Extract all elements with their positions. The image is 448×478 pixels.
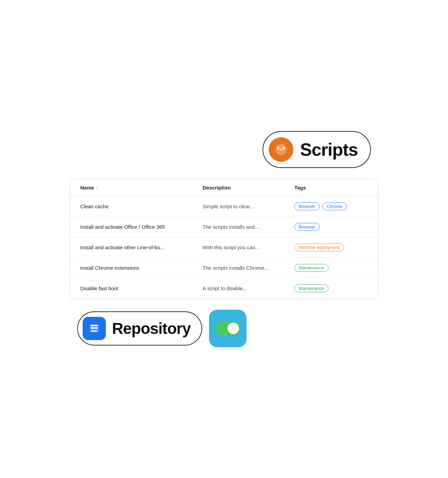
repository-badge: Repository [77,311,202,346]
tags-cell: Browser [294,223,368,231]
tags-cell: Machine deployment [294,243,368,251]
row-name: Disable fast boot [80,285,202,291]
table-row[interactable]: Install and activate other Line-of-bu...… [71,237,377,258]
repository-label: Repository [112,319,191,338]
col-header-tags: Tags [294,185,368,191]
svg-rect-2 [90,325,98,326]
tag[interactable]: Maintenance [294,284,328,292]
sort-icon: ↓ [96,185,99,190]
scripts-badge: Scripts [263,131,371,168]
tag[interactable]: Browser [294,223,320,231]
col-header-description: Description [202,185,294,191]
row-description: The scripts installs and... [202,224,294,230]
table-row[interactable]: Install Chrome extensions The scripts in… [71,258,377,278]
row-name: Clean cache [80,203,202,209]
tag[interactable]: Maintenance [294,264,328,272]
toggle-knob [227,323,239,334]
row-description: A script to disable... [202,285,294,291]
table-row[interactable]: Disable fast boot A script to disable...… [71,278,377,298]
scripts-table: Name ↓ Description Tags Clean cache Simp… [70,179,378,299]
tag[interactable]: Machine deployment [294,243,344,251]
table-header: Name ↓ Description Tags [71,179,377,196]
tags-cell: Browser Chrome [294,202,368,210]
row-name: Install Chrome extensions [80,265,202,271]
svg-rect-5 [92,331,97,332]
bottom-row: Repository [77,310,247,347]
repository-icon [83,317,106,340]
toggle-switch[interactable] [215,322,240,335]
row-name: Install and activate Office / Office 365 [80,224,202,230]
scripts-icon [269,137,293,162]
col-header-name[interactable]: Name ↓ [80,185,202,191]
main-container: Scripts Name ↓ Description Tags Clean ca… [70,131,378,347]
table-row[interactable]: Install and activate Office / Office 365… [71,217,377,237]
table-row[interactable]: Clean cache Simple script to clear... Br… [71,196,377,217]
tags-cell: Maintenance [294,264,368,272]
toggle-badge[interactable] [209,310,247,347]
tag[interactable]: Chrome [322,202,347,210]
svg-rect-3 [90,327,98,329]
tag[interactable]: Browser [294,202,320,210]
tags-cell: Maintenance [294,284,368,292]
svg-point-1 [280,149,282,150]
row-description: Simple script to clear... [202,203,294,209]
row-name: Install and activate other Line-of-bu... [80,244,202,250]
scripts-label: Scripts [300,139,358,160]
row-description: The scripts installs Chrome... [202,265,294,271]
row-description: With this script you can... [202,244,294,250]
